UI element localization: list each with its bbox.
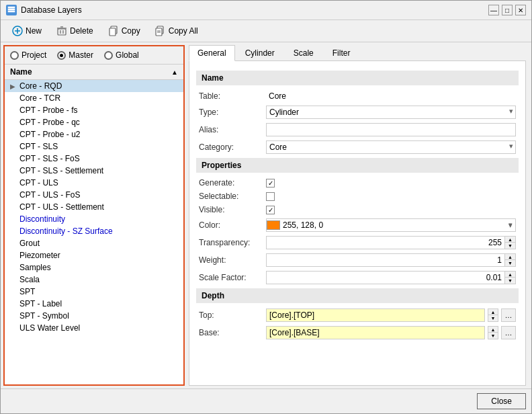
list-item[interactable]: SPT - Label [5, 298, 183, 310]
svg-rect-2 [8, 11, 15, 12]
list-item[interactable]: CPT - SLS - FoS [5, 153, 183, 165]
base-browse-button[interactable]: … [501, 326, 516, 339]
visible-checkbox[interactable] [266, 206, 275, 214]
base-decrement[interactable]: ▼ [488, 333, 498, 339]
scale-factor-label: Scale Factor: [199, 273, 266, 282]
list-item[interactable]: Core - TCR [5, 92, 183, 104]
type-row: Type: Cylinder Point Line Polygon [196, 106, 519, 119]
list-item-text: CPT - ULS - FoS [18, 190, 80, 200]
maximize-button[interactable]: □ [502, 5, 513, 15]
delete-label: Delete [70, 26, 93, 36]
generate-checkbox[interactable] [266, 179, 275, 188]
minimize-button[interactable]: — [488, 5, 499, 15]
color-dropdown-icon[interactable]: ▾ [506, 221, 515, 230]
list-item[interactable]: Grout [5, 237, 183, 249]
scale-factor-increment[interactable]: ▲ [504, 272, 515, 278]
radio-master[interactable]: Master [57, 50, 93, 60]
base-increment[interactable]: ▲ [488, 327, 498, 333]
svg-rect-1 [8, 9, 15, 10]
weight-decrement[interactable]: ▼ [504, 260, 515, 266]
window-controls: — □ ✕ [488, 5, 526, 15]
list-item[interactable]: SPT - Symbol [5, 310, 183, 322]
list-item[interactable]: CPT - Probe - qc [5, 116, 183, 128]
radio-project-label: Project [21, 50, 46, 60]
list-item[interactable]: CPT - ULS [5, 177, 183, 189]
list-item[interactable]: Samples [5, 261, 183, 274]
list-item-text: CPT - Probe - u2 [18, 130, 80, 139]
category-label: Category: [199, 142, 266, 152]
transparency-label: Transparency: [199, 238, 266, 247]
list-item[interactable]: Discontinuity [5, 213, 183, 225]
selectable-checkbox[interactable] [266, 192, 275, 201]
color-select-wrapper: 255, 128, 0 ▾ [266, 218, 516, 232]
list-item[interactable]: ULS Water Level [5, 322, 183, 334]
list-body[interactable]: ▶ Core - RQD Core - TCR CPT - Probe - fs… [5, 80, 183, 384]
radio-global-circle [104, 51, 113, 60]
base-input[interactable] [266, 326, 485, 339]
selectable-checkbox-wrapper [266, 192, 275, 201]
list-item[interactable]: ▶ Core - RQD [5, 80, 183, 92]
list-item[interactable]: CPT - Probe - fs [5, 104, 183, 116]
copy-button[interactable]: Copy [102, 23, 146, 39]
weight-spinner: ▲ ▼ [266, 253, 516, 267]
plus-icon [12, 26, 23, 36]
list-item[interactable]: CPT - Probe - u2 [5, 128, 183, 140]
delete-button[interactable]: Delete [50, 23, 99, 39]
color-value: 255, 128, 0 [280, 220, 506, 230]
copy-all-button[interactable]: Copy All [149, 23, 204, 39]
weight-increment[interactable]: ▲ [504, 254, 515, 260]
footer: Close [1, 388, 531, 413]
transparency-decrement[interactable]: ▼ [504, 243, 515, 249]
new-button[interactable]: New [6, 23, 48, 39]
list-item[interactable]: CPT - ULS - Settlement [5, 201, 183, 213]
list-item[interactable]: Scala [5, 274, 183, 286]
list-item[interactable]: Discontinuity - SZ Surface [5, 225, 183, 237]
top-increment[interactable]: ▲ [488, 309, 498, 315]
top-browse-button[interactable]: … [501, 308, 516, 322]
list-item-text: CPT - ULS - Settlement [18, 202, 104, 212]
list-item[interactable]: CPT - SLS [5, 140, 183, 153]
copy-icon [108, 26, 119, 36]
close-window-button[interactable]: ✕ [515, 5, 526, 15]
alias-input[interactable] [266, 123, 516, 136]
list-item-text: CPT - Probe - fs [18, 106, 77, 115]
type-select[interactable]: Cylinder Point Line Polygon [266, 106, 516, 119]
copy-all-label: Copy All [169, 26, 198, 36]
tab-general[interactable]: General [189, 45, 235, 61]
list-item[interactable]: CPT - SLS - Settlement [5, 165, 183, 177]
sort-icon[interactable]: ▲ [171, 69, 178, 76]
column-name-header: Name [10, 67, 32, 77]
scale-factor-input[interactable] [267, 272, 504, 284]
scale-factor-spinner-buttons: ▲ ▼ [504, 272, 515, 284]
category-select[interactable]: Core Other [266, 140, 516, 154]
list-item[interactable]: CPT - ULS - FoS [5, 189, 183, 201]
tab-filter[interactable]: Filter [324, 45, 359, 60]
radio-global-label: Global [116, 50, 139, 60]
visible-checkbox-wrapper [266, 206, 275, 214]
list-item-text: Grout [18, 239, 40, 248]
svg-rect-0 [8, 7, 15, 8]
top-label: Top: [199, 310, 266, 320]
right-panel: General Cylinder Scale Filter Name Table… [187, 42, 531, 388]
base-label: Base: [199, 328, 266, 337]
transparency-increment[interactable]: ▲ [504, 237, 515, 243]
radio-global[interactable]: Global [104, 50, 139, 60]
radio-project[interactable]: Project [10, 50, 46, 60]
list-item[interactable]: Piezometer [5, 249, 183, 261]
transparency-input[interactable] [267, 237, 504, 249]
list-item-text: CPT - SLS - Settlement [18, 166, 103, 175]
item-arrow: ▶ [10, 83, 18, 90]
tab-cylinder[interactable]: Cylinder [236, 45, 283, 60]
top-decrement[interactable]: ▼ [488, 315, 498, 321]
color-row: Color: 255, 128, 0 ▾ [196, 218, 519, 232]
scale-factor-decrement[interactable]: ▼ [504, 278, 515, 284]
top-input[interactable] [266, 308, 485, 322]
list-item[interactable]: SPT [5, 286, 183, 298]
transparency-spinner-buttons: ▲ ▼ [504, 237, 515, 249]
list-item-text: ULS Water Level [18, 323, 80, 333]
weight-input[interactable] [267, 254, 504, 266]
tab-content-general: Name Table: Core Type: Cylinder Point Li… [189, 61, 526, 386]
close-button[interactable]: Close [477, 393, 526, 409]
list-item-text: CPT - Probe - qc [18, 118, 80, 127]
tab-scale[interactable]: Scale [285, 45, 322, 60]
